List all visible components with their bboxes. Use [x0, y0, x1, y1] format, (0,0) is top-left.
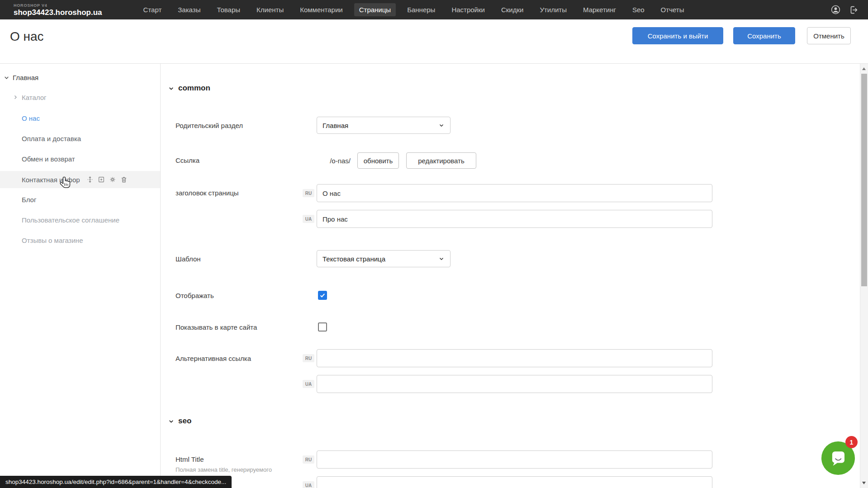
nav-item-orders[interactable]: Заказы — [173, 3, 205, 16]
chevron-down-icon[interactable] — [3, 74, 10, 81]
vertical-scrollbar[interactable] — [860, 64, 868, 488]
nav-right-icons — [830, 5, 859, 15]
template-label: Шаблон — [175, 255, 201, 264]
nav-item-clients[interactable]: Клиенты — [251, 3, 289, 16]
section-seo-header[interactable]: seo — [167, 417, 191, 426]
logo[interactable]: HOROSHOP V4 shop34423.horoshop.ua — [14, 4, 102, 16]
alt-link-label: Альтернативная ссылка — [175, 354, 251, 363]
template-select[interactable]: Текстовая страница — [317, 250, 451, 267]
delete-icon[interactable] — [120, 176, 128, 183]
nav-item-comments[interactable]: Комментарии — [295, 3, 347, 16]
chevron-down-icon — [167, 85, 175, 92]
tree-item-kontaktnaya[interactable]: Контактная инфор — [0, 171, 160, 188]
tree-item-glavnaya[interactable]: Главная — [0, 69, 160, 86]
tree-item-label: Каталог — [22, 94, 47, 101]
tree-item-o-nas[interactable]: О нас — [0, 109, 160, 127]
lang-badge-ua: UA — [303, 481, 314, 488]
top-navbar: HOROSHOP V4 shop34423.horoshop.ua Старт … — [0, 0, 868, 19]
lang-badge-ru: RU — [303, 455, 314, 464]
tree-item-oplata[interactable]: Оплата и доставка — [0, 130, 160, 147]
tree-item-label: Контактная инфор — [22, 176, 80, 184]
logout-icon[interactable] — [848, 5, 859, 15]
page-header: О нас Сохранить и выйти Сохранить Отмени… — [0, 19, 868, 64]
nav-menu: Старт Заказы Товары Клиенты Комментарии … — [138, 3, 689, 16]
lang-badge-ua: UA — [303, 380, 314, 388]
nav-item-settings[interactable]: Настройки — [446, 3, 490, 16]
alt-link-ru-input[interactable] — [317, 349, 712, 367]
parent-section-label: Родительский раздел — [175, 121, 243, 130]
nav-item-utilities[interactable]: Утилиты — [535, 3, 572, 16]
nav-item-discounts[interactable]: Скидки — [496, 3, 528, 16]
link-path-value: /o-nas/ — [323, 157, 351, 165]
page-title-ua-input[interactable] — [317, 210, 712, 228]
sitemap-label: Показывать в карте сайта — [175, 323, 257, 332]
check-icon — [319, 292, 326, 298]
cancel-button[interactable]: Отменить — [807, 27, 851, 44]
page-title-ru-input[interactable] — [317, 184, 712, 202]
page-title-field-label: заголовок страницы — [175, 189, 239, 198]
save-and-exit-button[interactable]: Сохранить и выйти — [632, 27, 723, 44]
html-title-hint: Полная замена title, генерируемого — [175, 466, 272, 474]
sitemap-checkbox[interactable] — [318, 322, 327, 332]
nav-item-reports[interactable]: Отчеты — [656, 3, 689, 16]
tree-item-label: Главная — [13, 74, 38, 81]
section-title: seo — [178, 417, 191, 426]
logo-domain: shop34423.horoshop.ua — [14, 9, 102, 16]
nav-item-start[interactable]: Старт — [138, 3, 167, 16]
scrollbar-thumb[interactable] — [861, 74, 867, 286]
html-title-label: Html Title — [175, 455, 204, 464]
status-url-bar: shop34423.horoshop.ua/edit/edit.php?id=6… — [0, 476, 232, 488]
nav-item-banners[interactable]: Баннеры — [402, 3, 440, 16]
html-title-ru-input[interactable] — [317, 450, 712, 469]
tree-item-obmen[interactable]: Обмен и возврат — [0, 150, 160, 167]
page-title: О нас — [10, 29, 44, 44]
tree-item-label: Обмен и возврат — [22, 155, 75, 163]
tree-item-label: Блог — [22, 196, 36, 204]
link-edit-button[interactable]: редактировать — [406, 152, 476, 169]
nav-item-seo[interactable]: Seo — [627, 3, 650, 16]
logo-version: HOROSHOP V4 — [14, 4, 102, 8]
parent-section-value: Главная — [323, 122, 348, 129]
tree-item-soglashenie[interactable]: Пользовательское соглашение — [0, 211, 160, 228]
scroll-down-arrow-icon[interactable] — [862, 482, 866, 484]
nav-item-marketing[interactable]: Маркетинг — [578, 3, 621, 16]
nav-item-products[interactable]: Товары — [212, 3, 245, 16]
edit-form: common Родительский раздел Главная Ссылк… — [161, 64, 860, 488]
tree-item-label: О нас — [22, 114, 40, 122]
app-window: HOROSHOP V4 shop34423.horoshop.ua Старт … — [0, 0, 868, 488]
account-icon[interactable] — [830, 5, 841, 15]
lang-badge-ru: RU — [303, 354, 314, 362]
link-refresh-button[interactable]: обновить — [357, 152, 399, 169]
tree-item-label: Пользовательское соглашение — [22, 216, 119, 224]
chat-unread-badge: 1 — [845, 436, 858, 448]
chat-bubble-icon — [829, 449, 848, 468]
template-value: Текстовая страница — [323, 255, 385, 263]
move-icon[interactable] — [86, 176, 94, 183]
display-checkbox[interactable] — [318, 291, 327, 300]
save-button[interactable]: Сохранить — [733, 27, 795, 44]
alt-link-ua-input[interactable] — [317, 375, 712, 393]
chevron-down-icon — [167, 417, 175, 425]
pages-tree-sidebar: Главная Каталог О нас Оплата и доставка … — [0, 64, 161, 488]
header-buttons: Сохранить и выйти Сохранить Отменить — [632, 27, 851, 44]
tree-item-actions — [86, 176, 128, 183]
html-title-ua-input[interactable] — [317, 476, 712, 488]
tree-item-katalog[interactable]: Каталог — [0, 89, 160, 106]
chevron-down-icon — [438, 122, 445, 128]
link-label: Ссылка — [175, 156, 199, 165]
add-icon[interactable] — [98, 176, 105, 183]
lang-badge-ru: RU — [303, 189, 314, 197]
chevron-right-icon[interactable] — [12, 94, 19, 101]
nav-item-pages[interactable]: Страницы — [354, 3, 396, 16]
scroll-up-arrow-icon[interactable] — [862, 67, 866, 70]
lang-badge-ua: UA — [303, 215, 314, 223]
tree-item-blog[interactable]: Блог — [0, 191, 160, 208]
parent-section-select[interactable]: Главная — [317, 117, 451, 134]
tree-item-otzyvy[interactable]: Отзывы о магазине — [0, 232, 160, 249]
settings-icon[interactable] — [109, 176, 116, 183]
section-common-header[interactable]: common — [167, 84, 210, 93]
section-title: common — [178, 84, 210, 93]
tree-item-label: Оплата и доставка — [22, 135, 81, 142]
tree-item-label: Отзывы о магазине — [22, 237, 83, 244]
display-label: Отображать — [175, 291, 214, 300]
